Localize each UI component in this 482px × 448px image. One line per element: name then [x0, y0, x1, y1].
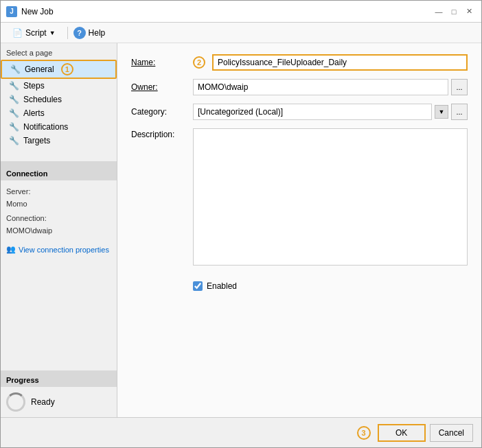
owner-row: Owner: ...	[131, 79, 468, 95]
connection-value: MOMO\dwaip	[6, 225, 111, 237]
description-row: Description:	[131, 128, 468, 268]
main-panel: Name: 2 Owner: ... Cat	[117, 43, 481, 417]
category-dropdown-arrow[interactable]: ▼	[435, 105, 448, 119]
sidebar-item-targets[interactable]: 🔧 Targets	[1, 134, 117, 148]
bottom-bar: 3 OK Cancel	[1, 417, 481, 447]
general-badge: 1	[61, 63, 73, 75]
category-select[interactable]: [Uncategorized (Local)]	[193, 104, 432, 120]
notifications-icon: 🔧	[9, 122, 19, 132]
connection-details: Server: Momo Connection: MOMO\dwaip	[1, 180, 117, 242]
view-connection-label: View connection properties	[19, 246, 109, 254]
owner-label-text: Owner:	[131, 82, 158, 92]
sidebar-item-schedules-label: Schedules	[23, 95, 62, 104]
progress-spinner	[6, 392, 25, 412]
sidebar-item-alerts-label: Alerts	[23, 108, 45, 118]
category-label: Category:	[131, 107, 193, 117]
help-icon[interactable]: ?	[73, 27, 86, 39]
description-label: Description:	[131, 128, 193, 139]
ok-badge: 3	[357, 426, 371, 440]
name-badge: 2	[193, 56, 205, 69]
sidebar-item-general[interactable]: 🔧 General 1	[1, 60, 117, 79]
enabled-row: Enabled	[131, 276, 468, 291]
category-browse-button[interactable]: ...	[451, 104, 468, 120]
general-icon: 🔧	[10, 64, 21, 74]
ok-button[interactable]: OK	[378, 424, 426, 442]
sidebar: Select a page 🔧 General 1 🔧 Steps 🔧 Sche…	[1, 43, 117, 417]
sidebar-item-notifications[interactable]: 🔧 Notifications	[1, 120, 117, 134]
schedules-icon: 🔧	[9, 95, 19, 104]
sidebar-bottom: Connection Server: Momo Connection: MOMO…	[1, 148, 117, 417]
description-label-text: Description:	[131, 130, 174, 139]
close-button[interactable]: ✕	[462, 5, 476, 19]
name-row: Name: 2	[131, 54, 468, 71]
category-field: [Uncategorized (Local)] ▼ ...	[193, 104, 468, 120]
script-icon: 📄	[12, 28, 23, 38]
connection-label: Connection:	[6, 213, 111, 225]
name-input[interactable]	[212, 54, 468, 71]
progress-title: Progress	[1, 370, 117, 387]
owner-label: Owner:	[131, 82, 193, 92]
content-area: Select a page 🔧 General 1 🔧 Steps 🔧 Sche…	[1, 43, 481, 417]
alerts-icon: 🔧	[9, 108, 19, 118]
server-label: Server:	[6, 186, 111, 198]
category-label-text: Category:	[131, 107, 167, 117]
title-buttons: — □ ✕	[432, 5, 476, 19]
title-bar: J New Job — □ ✕	[1, 1, 481, 23]
enabled-checkbox[interactable]	[193, 281, 203, 291]
window-icon: J	[6, 6, 17, 17]
sidebar-item-alerts[interactable]: 🔧 Alerts	[1, 106, 117, 120]
name-field: 2	[193, 54, 468, 71]
progress-section: Progress Ready	[1, 370, 117, 417]
server-value: Momo	[6, 198, 111, 211]
cancel-button[interactable]: Cancel	[430, 424, 473, 442]
sidebar-item-general-label: General	[25, 64, 54, 74]
main-window: J New Job — □ ✕ 📄 Script ▼ ? Help Select…	[0, 0, 482, 448]
sidebar-item-targets-label: Targets	[23, 136, 50, 145]
category-row: Category: [Uncategorized (Local)] ▼ ...	[131, 104, 468, 120]
script-label: Script	[25, 28, 47, 38]
sidebar-header: Select a page	[1, 43, 117, 60]
minimize-button[interactable]: —	[432, 5, 446, 19]
progress-content: Ready	[1, 387, 117, 417]
title-bar-left: J New Job	[6, 6, 54, 17]
progress-status: Ready	[31, 397, 55, 407]
name-label: Name:	[131, 58, 193, 67]
name-label-text: Name:	[131, 58, 155, 67]
toolbar: 📄 Script ▼ ? Help	[1, 23, 481, 43]
script-arrow-icon: ▼	[49, 30, 56, 36]
toolbar-separator	[67, 27, 68, 39]
connection-section: Connection Server: Momo Connection: MOMO…	[1, 161, 117, 257]
owner-input[interactable]	[193, 79, 448, 95]
connection-title: Connection	[1, 161, 117, 180]
sidebar-item-schedules[interactable]: 🔧 Schedules	[1, 93, 117, 106]
sidebar-item-steps[interactable]: 🔧 Steps	[1, 79, 117, 93]
description-textarea[interactable]	[193, 128, 468, 266]
window-title: New Job	[21, 7, 54, 16]
description-field	[193, 128, 468, 268]
owner-field: ...	[193, 79, 468, 95]
owner-browse-button[interactable]: ...	[451, 79, 468, 95]
script-button[interactable]: 📄 Script ▼	[6, 25, 62, 40]
sidebar-item-notifications-label: Notifications	[23, 122, 68, 132]
sidebar-item-steps-label: Steps	[23, 81, 45, 91]
connection-link-icon: 👥	[6, 245, 16, 254]
enabled-label: Enabled	[207, 281, 237, 291]
help-section: ? Help	[73, 27, 106, 39]
targets-icon: 🔧	[9, 136, 19, 145]
view-connection-link[interactable]: 👥 View connection properties	[1, 242, 117, 257]
steps-icon: 🔧	[9, 81, 19, 91]
maximize-button[interactable]: □	[447, 5, 461, 19]
help-label: Help	[89, 28, 106, 38]
